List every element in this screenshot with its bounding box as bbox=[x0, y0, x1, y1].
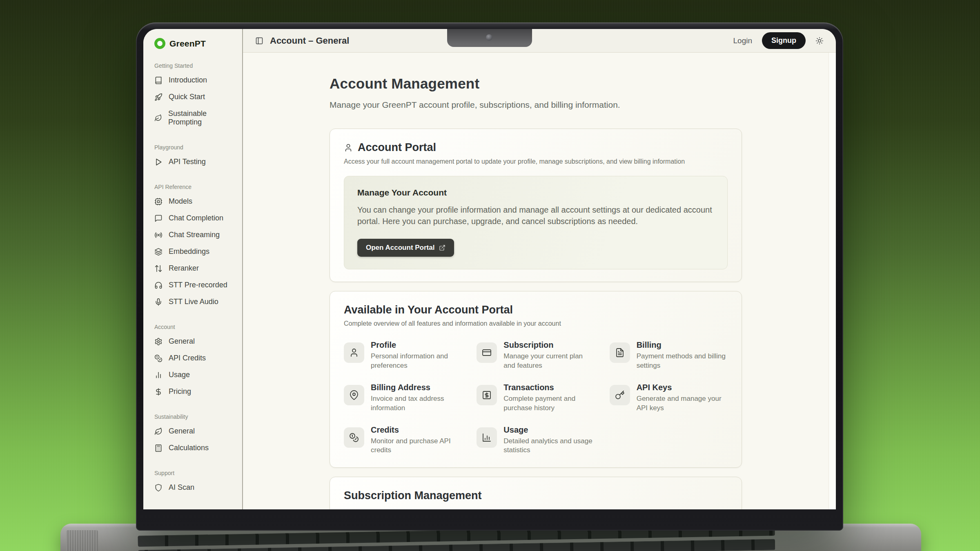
sidebar-item-label: Chat Streaming bbox=[169, 231, 220, 239]
sidebar-item-api-reference-chat-completion[interactable]: Chat Completion bbox=[154, 210, 238, 227]
feature-description: Personal information and preferences bbox=[371, 352, 462, 371]
play-icon bbox=[154, 158, 163, 166]
feature-title: Billing Address bbox=[371, 383, 462, 392]
sidebar-item-label: General bbox=[169, 337, 195, 346]
user-icon bbox=[344, 143, 353, 152]
leaf-icon bbox=[154, 114, 162, 122]
feature-text: BillingPayment methods and billing setti… bbox=[637, 340, 728, 371]
open-account-portal-button[interactable]: Open Account Portal bbox=[357, 239, 454, 257]
rocket-icon bbox=[154, 93, 163, 101]
map-pin-icon bbox=[344, 385, 364, 405]
feature-title: Usage bbox=[503, 425, 595, 435]
sidebar-item-account-api-credits[interactable]: API Credits bbox=[154, 350, 238, 367]
sidebar-section-support: SupportAI Scan bbox=[154, 470, 238, 496]
sidebar-item-label: Reranker bbox=[169, 264, 199, 273]
sidebar-item-label: Usage bbox=[169, 371, 190, 379]
panel-left-icon[interactable] bbox=[255, 37, 263, 45]
open-account-portal-label: Open Account Portal bbox=[366, 244, 434, 252]
sidebar-item-sustainability-general[interactable]: General bbox=[154, 423, 238, 440]
sidebar: GreenPT Getting StartedIntroductionQuick… bbox=[143, 29, 243, 509]
sidebar-item-label: Calculations bbox=[169, 444, 209, 452]
bar-chart-icon bbox=[154, 371, 163, 379]
coins-icon bbox=[344, 427, 364, 448]
feature-credits: CreditsMonitor and purchase API credits bbox=[344, 425, 462, 455]
sidebar-item-label: API Credits bbox=[169, 354, 206, 362]
sidebar-item-getting-started-quick-start[interactable]: Quick Start bbox=[154, 89, 238, 105]
coins-icon bbox=[154, 354, 163, 362]
book-icon bbox=[154, 76, 163, 84]
manage-account-title: Manage Your Account bbox=[357, 188, 714, 198]
feature-usage: UsageDetailed analytics and usage statis… bbox=[477, 425, 595, 455]
account-portal-description: Access your full account management port… bbox=[344, 158, 728, 165]
feature-text: Billing AddressInvoice and tax address i… bbox=[371, 383, 462, 413]
user-icon bbox=[344, 342, 364, 363]
sidebar-section-label: Sustainability bbox=[154, 413, 238, 420]
sidebar-item-playground-api-testing[interactable]: API Testing bbox=[154, 153, 238, 170]
greenpt-logo-icon bbox=[154, 38, 165, 49]
feature-description: Generate and manage your API keys bbox=[637, 394, 728, 413]
feature-profile: ProfilePersonal information and preferen… bbox=[344, 340, 462, 371]
sidebar-item-getting-started-introduction[interactable]: Introduction bbox=[154, 72, 238, 89]
subscription-management-title: Subscription Management bbox=[344, 489, 728, 502]
sidebar-item-support-ai-scan[interactable]: AI Scan bbox=[154, 479, 238, 496]
speaker-grille bbox=[66, 530, 98, 551]
signup-button[interactable]: Signup bbox=[762, 32, 806, 49]
feature-description: Payment methods and billing settings bbox=[637, 352, 728, 371]
manage-account-body: You can change your profile information … bbox=[357, 204, 714, 227]
feature-text: ProfilePersonal information and preferen… bbox=[371, 340, 462, 371]
key-icon bbox=[610, 385, 630, 405]
credit-card-icon bbox=[477, 342, 497, 363]
radio-icon bbox=[154, 231, 163, 239]
feature-billing-address: Billing AddressInvoice and tax address i… bbox=[344, 383, 462, 413]
main-content: Account Management Manage your GreenPT a… bbox=[330, 76, 742, 509]
feature-title: Profile bbox=[371, 340, 462, 350]
sidebar-item-label: Models bbox=[169, 197, 192, 206]
sidebar-item-api-reference-reranker[interactable]: Reranker bbox=[154, 260, 238, 277]
top-nav: Account – General Login Signup bbox=[243, 29, 836, 53]
leaf-icon bbox=[154, 427, 163, 435]
content-area: Account Management Manage your GreenPT a… bbox=[243, 53, 836, 509]
login-link[interactable]: Login bbox=[733, 36, 753, 45]
page-subtitle: Manage your GreenPT account profile, sub… bbox=[330, 100, 742, 110]
external-link-icon bbox=[439, 244, 445, 251]
sidebar-item-account-pricing[interactable]: Pricing bbox=[154, 383, 238, 400]
sidebar-item-api-reference-stt-pre-recorded[interactable]: STT Pre-recorded bbox=[154, 277, 238, 293]
sidebar-item-api-reference-models[interactable]: Models bbox=[154, 193, 238, 210]
sidebar-item-account-general[interactable]: General bbox=[154, 333, 238, 350]
sidebar-section-sustainability: SustainabilityGeneralCalculations bbox=[154, 413, 238, 456]
sidebar-item-getting-started-sustainable-prompting[interactable]: Sustainable Prompting bbox=[154, 105, 238, 131]
feature-text: SubscriptionManage your current plan and… bbox=[503, 340, 595, 371]
subscription-management-card: Subscription Management bbox=[330, 477, 742, 509]
feature-description: Complete payment and purchase history bbox=[503, 394, 595, 413]
feature-title: API Keys bbox=[637, 383, 728, 392]
laptop-lid: GreenPT Getting StartedIntroductionQuick… bbox=[136, 22, 843, 531]
feature-description: Monitor and purchase API credits bbox=[371, 437, 462, 455]
brand[interactable]: GreenPT bbox=[154, 38, 238, 49]
sidebar-section-label: Account bbox=[154, 324, 238, 330]
sidebar-item-account-usage[interactable]: Usage bbox=[154, 367, 238, 383]
webcam-icon bbox=[486, 34, 492, 41]
sidebar-section-label: Support bbox=[154, 470, 238, 476]
sidebar-section-label: API Reference bbox=[154, 184, 238, 190]
scrollbar[interactable] bbox=[829, 53, 836, 509]
brand-name: GreenPT bbox=[169, 39, 206, 49]
sun-icon[interactable] bbox=[815, 37, 824, 45]
sidebar-item-label: General bbox=[169, 427, 195, 435]
sidebar-item-label: Chat Completion bbox=[169, 214, 223, 222]
page-title: Account Management bbox=[330, 76, 742, 92]
screen: GreenPT Getting StartedIntroductionQuick… bbox=[143, 29, 836, 509]
headphones-icon bbox=[154, 281, 163, 289]
feature-title: Transactions bbox=[503, 383, 595, 392]
feature-description: Invoice and tax address information bbox=[371, 394, 462, 413]
bar-chart-axis-icon bbox=[477, 427, 497, 448]
feature-text: CreditsMonitor and purchase API credits bbox=[371, 425, 462, 455]
arrows-up-down-icon bbox=[154, 264, 163, 273]
main-column: Account – General Login Signup Account M… bbox=[243, 29, 836, 509]
sidebar-section-label: Playground bbox=[154, 144, 238, 151]
feature-title: Subscription bbox=[503, 340, 595, 350]
sidebar-section-account: AccountGeneralAPI CreditsUsagePricing bbox=[154, 324, 238, 400]
sidebar-item-api-reference-chat-streaming[interactable]: Chat Streaming bbox=[154, 227, 238, 243]
sidebar-item-api-reference-embeddings[interactable]: Embeddings bbox=[154, 243, 238, 260]
sidebar-item-api-reference-stt-live-audio[interactable]: STT Live Audio bbox=[154, 293, 238, 310]
sidebar-item-sustainability-calculations[interactable]: Calculations bbox=[154, 440, 238, 456]
